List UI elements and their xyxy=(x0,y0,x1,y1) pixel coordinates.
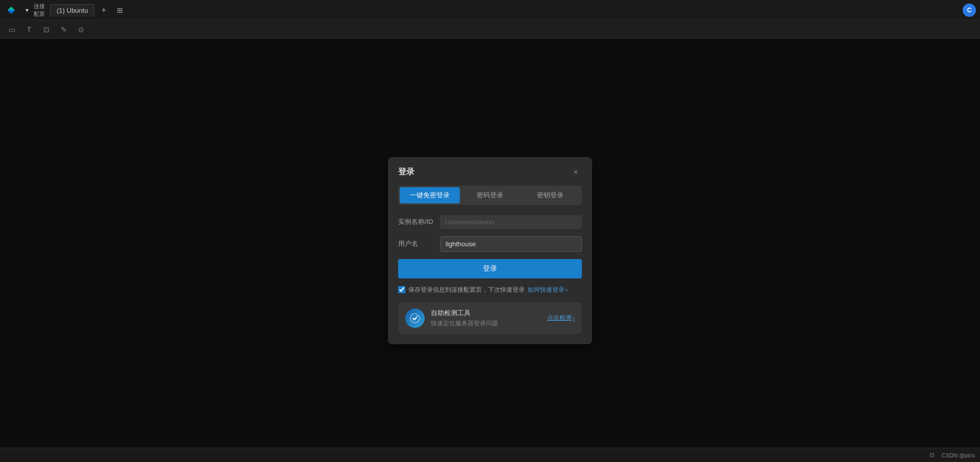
save-login-label: 保存登录信息到连接配置页，下次快速登录 xyxy=(408,286,525,294)
app-dropdown-arrow: ▾ xyxy=(26,7,29,14)
tab-onekey-label: 一键免密登录 xyxy=(410,191,450,199)
check-icon: ⊙ xyxy=(78,25,84,34)
save-login-link[interactable]: 如何快速登录 › xyxy=(528,286,568,294)
login-modal: 登录 × 一键免密登录 密码登录 密钥登录 xyxy=(388,157,592,344)
app-dropdown[interactable]: ▾ xyxy=(22,6,32,15)
save-link-arrow-icon: › xyxy=(566,286,568,293)
sidebar-icon: ▭ xyxy=(9,25,15,34)
csdn-label: CSDN @pics xyxy=(942,452,975,458)
new-tab-btn[interactable]: + xyxy=(96,3,111,17)
bottombar-grid-icon: ⊡ xyxy=(927,451,936,459)
edit-icon: ✎ xyxy=(61,25,67,34)
avatar-initials: C xyxy=(967,7,972,14)
bottombar-icon-item[interactable]: ⊡ xyxy=(927,451,936,459)
svg-marker-1 xyxy=(8,10,15,14)
bottombar: ⊡ CSDN @pics xyxy=(0,448,980,462)
layout-icon: ⊞ xyxy=(117,6,123,14)
text-tool-btn[interactable]: T xyxy=(22,23,36,36)
edit-btn[interactable]: ✎ xyxy=(57,23,70,36)
instance-id-text: i-xxxxxxxxxxxxxxx xyxy=(445,219,495,226)
app-logo xyxy=(4,3,18,17)
secondary-toolbar: ▭ T ⊡ ✎ ⊙ xyxy=(0,20,980,39)
new-tab-icon: + xyxy=(102,6,106,15)
svg-point-3 xyxy=(416,314,419,317)
svg-marker-0 xyxy=(8,6,15,10)
selfcheck-action-btn[interactable]: 点击检测 › xyxy=(547,314,575,322)
selfcheck-subtitle: 快速定位服务器登录问题 xyxy=(431,319,541,328)
login-btn-label: 登录 xyxy=(483,264,497,272)
selfcheck-text-block: 自助检测工具 快速定位服务器登录问题 xyxy=(431,309,541,328)
save-link-text: 如何快速登录 xyxy=(528,286,565,294)
username-label: 用户名 xyxy=(398,239,435,248)
close-icon: × xyxy=(573,168,578,177)
username-input[interactable] xyxy=(440,236,582,252)
grid-icon: ⊡ xyxy=(43,25,50,34)
topbar: ▾ 连接配置 (1) Ubuntu + ⊞ C xyxy=(0,0,980,20)
modal-close-btn[interactable]: × xyxy=(570,166,582,178)
tab-onekey[interactable]: 一键免密登录 xyxy=(400,187,460,203)
conn-config-btn[interactable]: 连接配置 xyxy=(34,3,48,17)
login-button[interactable]: 登录 xyxy=(398,259,582,278)
selfcheck-card: 自助检测工具 快速定位服务器登录问题 点击检测 › xyxy=(398,302,582,334)
tab-key-label: 密钥登录 xyxy=(537,191,564,199)
tab-password[interactable]: 密码登录 xyxy=(460,187,520,203)
csdn-text: CSDN @pics xyxy=(942,452,975,458)
selfcheck-arrow-icon: › xyxy=(573,315,575,322)
selfcheck-icon xyxy=(405,309,425,328)
modal-header: 登录 × xyxy=(388,157,592,186)
user-avatar[interactable]: C xyxy=(963,4,976,17)
text-icon: T xyxy=(27,25,32,34)
selfcheck-action-text: 点击检测 xyxy=(547,314,572,322)
tab-key[interactable]: 密钥登录 xyxy=(520,187,580,203)
modal-body: 一键免密登录 密码登录 密钥登录 实例名称/ID i-xxxxxxxxxxxxx… xyxy=(388,186,592,344)
conn-icon: 连接配置 xyxy=(34,3,48,18)
ubuntu-tab[interactable]: (1) Ubuntu xyxy=(50,4,94,16)
login-tab-strip: 一键免密登录 密码登录 密钥登录 xyxy=(398,186,582,205)
save-login-checkbox[interactable] xyxy=(398,286,405,293)
ubuntu-tab-label: (1) Ubuntu xyxy=(57,7,88,14)
main-terminal-area: 登录 × 一键免密登录 密码登录 密钥登录 xyxy=(0,39,980,462)
selfcheck-title: 自助检测工具 xyxy=(431,309,541,318)
layout-btn[interactable]: ⊞ xyxy=(113,3,127,17)
username-row: 用户名 xyxy=(398,236,582,252)
grid-btn[interactable]: ⊡ xyxy=(40,23,53,36)
tab-password-label: 密码登录 xyxy=(477,191,503,199)
instance-value: i-xxxxxxxxxxxxxxx xyxy=(440,215,582,229)
modal-overlay: 登录 × 一键免密登录 密码登录 密钥登录 xyxy=(0,39,980,462)
check-btn[interactable]: ⊙ xyxy=(75,23,88,36)
instance-row: 实例名称/ID i-xxxxxxxxxxxxxxx xyxy=(398,215,582,229)
modal-title: 登录 xyxy=(398,167,414,177)
instance-label: 实例名称/ID xyxy=(398,217,435,226)
save-login-row: 保存登录信息到连接配置页，下次快速登录 如何快速登录 › xyxy=(398,286,582,294)
toggle-sidebar-btn[interactable]: ▭ xyxy=(5,23,18,36)
